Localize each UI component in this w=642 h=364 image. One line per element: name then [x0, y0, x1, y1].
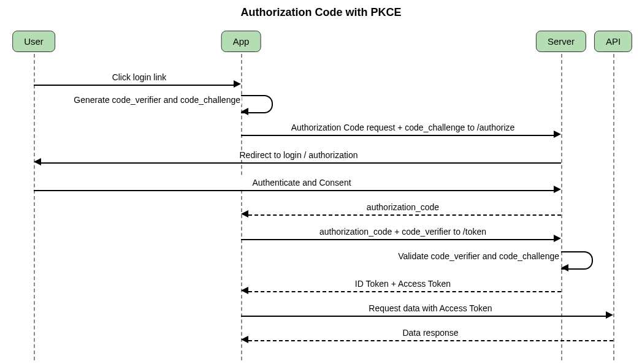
msg-redirect-login: Redirect to login / authorization [218, 150, 380, 160]
msg-validate: Validate code_verifier and code_challeng… [356, 251, 560, 261]
arrowhead-icon [606, 311, 613, 319]
msg-request-data: Request data with Access Token [350, 303, 511, 313]
msg-tokens: ID Token + Access Token [340, 279, 465, 289]
msg-data-response: Data response [386, 328, 475, 338]
arrowhead-icon [241, 210, 248, 218]
arrow-line [34, 190, 554, 191]
lifeline-api [613, 54, 614, 360]
msg-auth-code: authorization_code [343, 202, 462, 212]
arrow-line [248, 340, 613, 341]
lifeline-user [34, 54, 35, 360]
arrowhead-icon [34, 158, 41, 165]
arrow-line [34, 85, 234, 86]
arrowhead-icon [241, 287, 248, 294]
arrowhead-icon [554, 186, 561, 193]
arrow-line [241, 135, 554, 136]
msg-authenticate: Authenticate and Consent [239, 178, 364, 188]
msg-token-request: authorization_code + code_verifier to /t… [294, 227, 511, 237]
arrow-line [41, 162, 561, 164]
diagram-title: Authorization Code with PKCE [0, 6, 642, 19]
arrowhead-icon [561, 264, 568, 271]
actor-server: Server [536, 31, 586, 52]
sequence-diagram: Authorization Code with PKCE User App Se… [0, 0, 642, 364]
arrowhead-icon [554, 131, 561, 138]
arrow-line [248, 214, 561, 216]
arrow-line [241, 239, 554, 240]
arrowhead-icon [241, 108, 248, 115]
arrowhead-icon [241, 336, 248, 343]
arrowhead-icon [554, 235, 561, 242]
msg-generate-codes: Generate code_verifier and code_challeng… [37, 95, 242, 105]
msg-auth-request: Authorization Code request + code_challe… [270, 123, 536, 132]
lifeline-server [561, 54, 562, 360]
arrowhead-icon [234, 80, 241, 88]
actor-user: User [12, 31, 55, 52]
msg-click-login: Click login link [92, 72, 186, 82]
actor-api: API [594, 31, 632, 52]
arrow-line [241, 316, 606, 317]
arrow-line [248, 291, 561, 292]
actor-app: App [221, 31, 261, 52]
